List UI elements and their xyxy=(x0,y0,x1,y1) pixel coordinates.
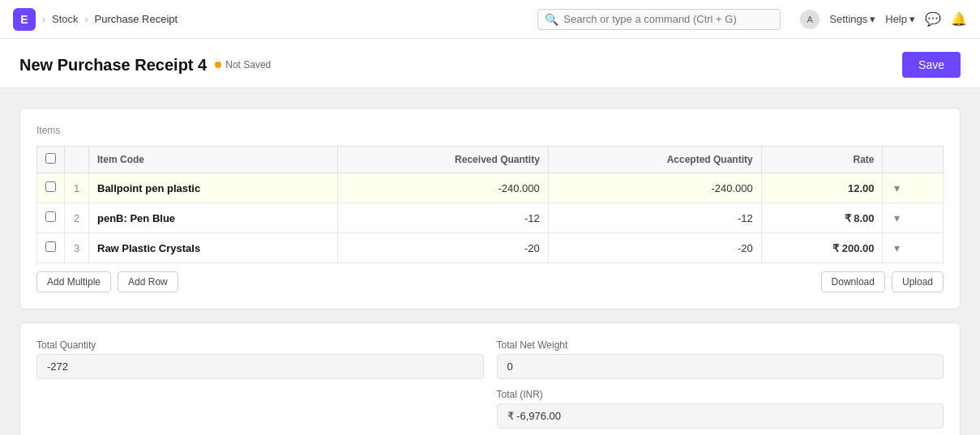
summary-right: Total Net Weight 0 Total (INR) ₹ -6,976.… xyxy=(497,339,944,429)
topnav: E › Stock › Purchase Receipt 🔍 A Setting… xyxy=(0,0,980,39)
page-header: New Purchase Receipt 4 Not Saved Save xyxy=(0,39,980,88)
items-card: Items Item Code Received Quantity Accept… xyxy=(19,108,961,309)
page-title: New Purchase Receipt 4 xyxy=(19,56,207,75)
header-rate: Rate xyxy=(761,147,883,173)
row-num-1: 2 xyxy=(65,203,89,233)
search-box[interactable]: 🔍 xyxy=(537,9,781,30)
row-checkbox-cell xyxy=(37,233,65,263)
row-item-code-2[interactable]: Raw Plastic Crystals xyxy=(89,233,338,263)
nav-purchase-receipt: Purchase Receipt xyxy=(95,13,178,25)
row-dropdown-2: ▾ xyxy=(883,233,944,263)
upload-button[interactable]: Upload xyxy=(892,271,944,292)
row-received-qty-2: -20 xyxy=(337,233,548,263)
items-table: Item Code Received Quantity Accepted Qua… xyxy=(36,146,944,263)
header-action xyxy=(883,147,944,173)
main-content: Items Item Code Received Quantity Accept… xyxy=(0,88,980,435)
summary-left: Total Quantity -272 xyxy=(36,339,484,429)
table-footer: Add Multiple Add Row Download Upload xyxy=(36,271,944,292)
nav-right: A Settings ▾ Help ▾ 💬 🔔 xyxy=(800,10,967,29)
total-quantity-field: Total Quantity -272 xyxy=(36,339,484,379)
table-footer-right: Download Upload xyxy=(821,271,944,292)
row-num-0: 1 xyxy=(65,173,89,203)
chat-icon[interactable]: 💬 xyxy=(925,11,941,27)
total-net-weight-value: 0 xyxy=(497,354,944,379)
row-dropdown-btn-0[interactable]: ▾ xyxy=(891,180,903,196)
app-icon[interactable]: E xyxy=(13,8,36,31)
status-label: Not Saved xyxy=(225,59,271,70)
header-num xyxy=(65,147,89,173)
items-section-label: Items xyxy=(36,125,944,136)
add-multiple-button[interactable]: Add Multiple xyxy=(36,271,111,292)
total-net-weight-label: Total Net Weight xyxy=(497,339,944,351)
row-rate-0: 12.00 xyxy=(761,173,883,203)
save-button[interactable]: Save xyxy=(902,52,961,78)
status-dot xyxy=(215,62,221,68)
total-net-weight-field: Total Net Weight 0 xyxy=(497,339,944,379)
search-icon: 🔍 xyxy=(545,13,558,26)
table-header-row: Item Code Received Quantity Accepted Qua… xyxy=(37,147,944,173)
row-checkbox-cell xyxy=(37,203,65,233)
total-inr-field: Total (INR) ₹ -6,976.00 xyxy=(497,389,944,429)
row-rate-1: ₹ 8.00 xyxy=(761,203,883,233)
summary-card: Total Quantity -272 Total Net Weight 0 T… xyxy=(19,322,961,435)
row-rate-2: ₹ 200.00 xyxy=(761,233,883,263)
table-row: 2 penB: Pen Blue -12 -12 ₹ 8.00 ▾ xyxy=(37,203,944,233)
row-accepted-qty-0: -240.000 xyxy=(548,173,761,203)
table-row: 1 Ballpoint pen plastic -240.000 -240.00… xyxy=(37,173,944,203)
row-dropdown-btn-1[interactable]: ▾ xyxy=(891,210,903,226)
total-inr-label: Total (INR) xyxy=(497,389,944,400)
total-quantity-value: -272 xyxy=(36,354,484,379)
row-accepted-qty-2: -20 xyxy=(548,233,761,263)
search-input[interactable] xyxy=(563,13,773,25)
settings-button[interactable]: Settings ▾ xyxy=(829,13,875,25)
help-button[interactable]: Help ▾ xyxy=(885,13,915,25)
header-item-code: Item Code xyxy=(89,147,338,173)
header-accepted-qty: Accepted Quantity xyxy=(548,147,761,173)
total-quantity-label: Total Quantity xyxy=(36,339,484,351)
row-checkbox-0[interactable] xyxy=(45,181,56,192)
nav-stock[interactable]: Stock xyxy=(52,13,79,25)
bell-icon[interactable]: 🔔 xyxy=(951,11,967,27)
select-all-checkbox[interactable] xyxy=(45,153,56,164)
nav-chevron-2: › xyxy=(85,14,88,25)
download-button[interactable]: Download xyxy=(821,271,885,292)
row-item-code-0[interactable]: Ballpoint pen plastic xyxy=(89,173,338,203)
page-title-area: New Purchase Receipt 4 Not Saved xyxy=(19,56,271,75)
row-num-2: 3 xyxy=(65,233,89,263)
row-received-qty-1: -12 xyxy=(337,203,548,233)
row-checkbox-2[interactable] xyxy=(45,241,56,252)
row-dropdown-0: ▾ xyxy=(883,173,944,203)
row-checkbox-cell xyxy=(37,173,65,203)
nav-chevron-1: › xyxy=(42,14,45,25)
header-received-qty: Received Quantity xyxy=(337,147,548,173)
summary-grid: Total Quantity -272 Total Net Weight 0 T… xyxy=(36,339,944,429)
row-item-code-1[interactable]: penB: Pen Blue xyxy=(89,203,338,233)
row-dropdown-btn-2[interactable]: ▾ xyxy=(891,240,903,256)
row-accepted-qty-1: -12 xyxy=(548,203,761,233)
status-badge: Not Saved xyxy=(215,59,271,70)
table-row: 3 Raw Plastic Crystals -20 -20 ₹ 200.00 … xyxy=(37,233,944,263)
row-dropdown-1: ▾ xyxy=(883,203,944,233)
total-inr-value: ₹ -6,976.00 xyxy=(497,403,944,429)
header-checkbox-cell xyxy=(37,147,65,173)
add-row-button[interactable]: Add Row xyxy=(118,271,178,292)
row-received-qty-0: -240.000 xyxy=(337,173,548,203)
avatar[interactable]: A xyxy=(800,10,820,29)
row-checkbox-1[interactable] xyxy=(45,211,56,222)
